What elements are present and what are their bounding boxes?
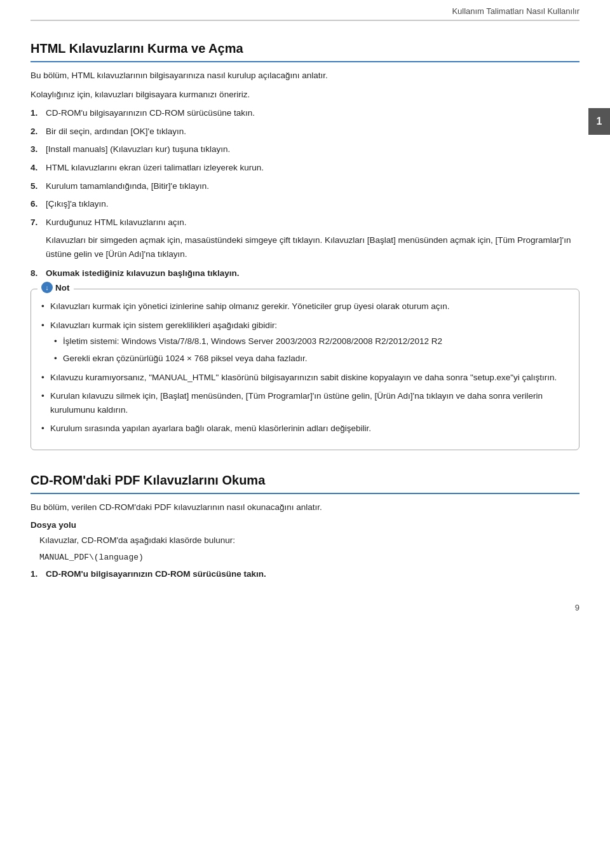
section2-steps-list: 1. CD-ROM'u bilgisayarınızın CD-ROM sürü…: [30, 567, 580, 581]
section2-step-1-text: CD-ROM'u bilgisayarınızın CD-ROM sürücüs…: [46, 567, 580, 581]
section2-step-1-num: 1.: [30, 567, 42, 581]
step-7: 7. Kurduğunuz HTML kılavuzlarını açın.: [30, 216, 580, 230]
step-1-text: CD-ROM'u bilgisayarınızın CD-ROM sürücüs…: [46, 106, 580, 120]
header-title: Kullanım Talimatları Nasıl Kullanılır: [452, 6, 580, 16]
step-2: 2. Bir dil seçin, ardından [OK]'e tıklay…: [30, 125, 580, 139]
note-subbullet-2-1: İşletim sistemi: Windows Vista/7/8/8.1, …: [50, 334, 570, 348]
section1: HTML Kılavuzlarını Kurma ve Açma Bu bölü…: [30, 41, 580, 450]
note-bullet-1: Kılavuzları kurmak için yönetici izinler…: [40, 300, 570, 313]
note-icon: ↓: [41, 282, 53, 293]
step-2-num: 2.: [30, 125, 42, 139]
step-6: 6. [Çıkış]'a tıklayın.: [30, 197, 580, 211]
step-4: 4. HTML kılavuzlarını ekran üzeri talima…: [30, 161, 580, 175]
note-subbullet-2-2: Gerekli ekran çözünürlüğü 1024 × 768 pik…: [50, 352, 570, 366]
step7-extra: Kılavuzları bir simgeden açmak için, mas…: [46, 233, 580, 261]
step-3-num: 3.: [30, 142, 42, 156]
steps-list: 1. CD-ROM'u bilgisayarınızın CD-ROM sürü…: [30, 106, 580, 229]
note-bullet-4: Kurulan kılavuzu silmek için, [Başlat] m…: [40, 389, 570, 417]
step-4-num: 4.: [30, 161, 42, 175]
dosya-text: Kılavuzlar, CD-ROM'da aşağıdaki klasörde…: [39, 534, 580, 548]
step-7-text: Kurduğunuz HTML kılavuzlarını açın.: [46, 216, 580, 230]
step-5: 5. Kurulum tamamlandığında, [Bitir]'e tı…: [30, 179, 580, 193]
step-8-num: 8.: [30, 266, 42, 280]
step-4-text: HTML kılavuzlarını ekran üzeri talimatla…: [46, 161, 580, 175]
header-bar: Kullanım Talimatları Nasıl Kullanılır: [30, 0, 580, 21]
note-box: ↓ Not Kılavuzları kurmak için yönetici i…: [30, 289, 580, 450]
note-subbullets-2: İşletim sistemi: Windows Vista/7/8/8.1, …: [50, 334, 570, 365]
section1-heading: HTML Kılavuzlarını Kurma ve Açma: [30, 41, 580, 62]
step-6-text: [Çıkış]'a tıklayın.: [46, 197, 580, 211]
step-3-text: [Install manuals] (Kılavuzları kur) tuşu…: [46, 142, 580, 156]
step-8-text: Okumak istediğiniz kılavuzun başlığına t…: [46, 266, 580, 280]
step-5-text: Kurulum tamamlandığında, [Bitir]'e tıkla…: [46, 179, 580, 193]
footer-page-number: 9: [575, 603, 580, 612]
step-6-num: 6.: [30, 197, 42, 211]
section1-intro: Bu bölüm, HTML kılavuzlarının bilgisayar…: [30, 69, 580, 83]
step-1-num: 1.: [30, 106, 42, 120]
note-bullet-5: Kurulum sırasında yapılan ayarlara bağlı…: [40, 422, 570, 436]
note-bullet-3: Kılavuzu kuramıyorsanız, "MANUAL_HTML" k…: [40, 371, 570, 385]
step-1: 1. CD-ROM'u bilgisayarınızın CD-ROM sürü…: [30, 106, 580, 120]
note-bullet-2: Kılavuzları kurmak için sistem gereklili…: [40, 319, 570, 366]
step-8: 8. Okumak istediğiniz kılavuzun başlığın…: [30, 266, 580, 280]
subsection-label: Dosya yolu: [30, 520, 580, 530]
section1-prereq: Kolaylığınız için, kılavuzları bilgisaya…: [30, 88, 580, 102]
step-5-num: 5.: [30, 179, 42, 193]
step-3: 3. [Install manuals] (Kılavuzları kur) t…: [30, 142, 580, 156]
section2-step-1: 1. CD-ROM'u bilgisayarınızın CD-ROM sürü…: [30, 567, 580, 581]
section2-heading: CD-ROM'daki PDF Kılavuzlarını Okuma: [30, 473, 580, 494]
section2-intro: Bu bölüm, verilen CD-ROM'daki PDF kılavu…: [30, 500, 580, 514]
note-label: ↓ Not: [37, 282, 74, 293]
section2: CD-ROM'daki PDF Kılavuzlarını Okuma Bu b…: [30, 473, 580, 581]
code-text: MANUAL_PDF\(language): [39, 553, 580, 562]
page-number-badge: 1: [588, 108, 610, 135]
step-7-num: 7.: [30, 216, 42, 230]
note-bullets-list: Kılavuzları kurmak için yönetici izinler…: [40, 300, 570, 436]
step-2-text: Bir dil seçin, ardından [OK]'e tıklayın.: [46, 125, 580, 139]
